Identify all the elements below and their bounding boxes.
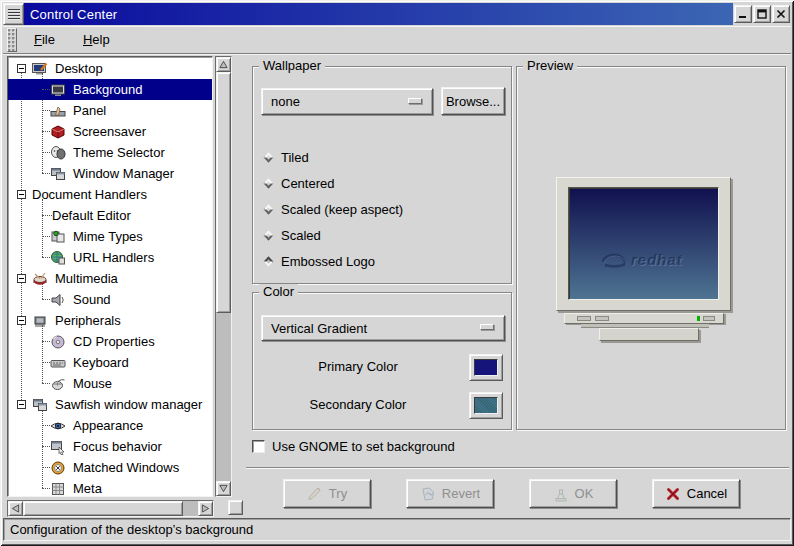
browse-button[interactable]: Browse... [441,87,505,115]
tree-item-mouse[interactable]: Mouse [8,373,212,394]
scroll-down-arrow-icon[interactable] [216,481,231,496]
collapse-icon[interactable] [17,316,26,325]
screensaver-icon [50,124,68,140]
use-gnome-checkbox-row[interactable]: Use GNOME to set background [252,439,455,454]
collapse-icon[interactable] [17,274,26,283]
window-menu-button[interactable] [3,3,24,25]
tree-item-focus-behavior[interactable]: Focus behavior [8,436,212,457]
wallpaper-file-select[interactable]: none [261,88,433,115]
redhat-shadowman-icon [597,246,631,272]
tree-item-background[interactable]: Background [8,79,212,100]
window-controls [733,3,791,25]
radio-embossed-logo[interactable]: Embossed Logo [263,252,375,270]
radio-icon [264,256,274,266]
redhat-logo-text: redhat [631,251,683,268]
collapse-icon[interactable] [17,190,26,199]
capplet-tree: Desktop Background Panel Screensaver The… [7,56,213,497]
tree-item-theme-selector[interactable]: Theme Selector [8,142,212,163]
tree-item-panel[interactable]: Panel [8,100,212,121]
color-legend: Color [259,284,298,299]
tree-item-window-manager[interactable]: Window Manager [8,163,212,184]
preview-legend: Preview [523,58,577,73]
tree-item-matched-windows[interactable]: Matched Windows [8,457,212,478]
radio-icon [264,152,274,162]
try-button: Try [283,479,371,508]
cd-icon [50,334,68,350]
menu-help[interactable]: Help [74,29,119,50]
cancel-icon [665,486,681,502]
monitor-button [703,316,715,321]
minimize-button[interactable] [734,5,752,23]
radio-centered[interactable]: Centered [263,174,334,192]
tree-item-mime-types[interactable]: Mime Types [8,226,212,247]
menu-file[interactable]: File [25,29,64,50]
window-menu-icon [8,9,20,21]
scroll-up-arrow-icon[interactable] [216,57,231,72]
radio-icon [264,204,274,214]
vertical-scrollbar-thumb[interactable] [216,72,231,313]
tree-vertical-scrollbar[interactable] [215,56,232,497]
maximize-button[interactable] [753,5,771,23]
wallpaper-file-value: none [271,94,300,109]
radio-icon [264,178,274,188]
peripherals-icon [32,313,50,329]
scroll-right-arrow-icon[interactable] [198,501,213,516]
statusbar: Configuration of the desktop’s backgroun… [3,518,791,541]
tree-item-desktop[interactable]: Desktop [8,58,212,79]
desktop-icon [32,61,50,77]
tree-horizontal-scrollbar[interactable] [7,500,214,517]
tree-rows: Desktop Background Panel Screensaver The… [8,58,212,497]
tree-item-sawfish[interactable]: Sawfish window manager [8,394,212,415]
redhat-logo: redhat [597,246,683,272]
resize-grip[interactable] [228,500,243,515]
close-button[interactable] [772,5,790,23]
window-title: Control Center [30,7,117,22]
preview-monitor: redhat [556,177,731,311]
appearance-icon [50,418,68,434]
tree-item-sound[interactable]: Sound [8,289,212,310]
tree-item-keyboard[interactable]: Keyboard [8,352,212,373]
keyboard-icon [50,355,68,371]
collapse-icon[interactable] [17,400,26,409]
horizontal-scrollbar-thumb[interactable] [23,501,183,516]
mouse-icon [50,376,68,392]
tree-item-default-editor[interactable]: Default Editor [8,205,212,226]
menubar-drag-handle[interactable] [7,28,17,52]
cancel-button[interactable]: Cancel [652,479,740,508]
tree-item-meta[interactable]: Meta [8,478,212,497]
status-text: Configuration of the desktop’s backgroun… [10,522,253,537]
ok-button-label: OK [575,486,594,501]
tree-item-multimedia[interactable]: Multimedia [8,268,212,289]
tree-item-appearance[interactable]: Appearance [8,415,212,436]
tree-item-document-handlers[interactable]: Document Handlers [8,184,212,205]
gradient-select[interactable]: Vertical Gradient [261,315,505,341]
tree-item-url-handlers[interactable]: URL Handlers [8,247,212,268]
color-frame: Color Vertical Gradient Primary Color Se… [252,292,512,430]
meta-icon [50,481,68,497]
secondary-color-button[interactable] [469,392,503,419]
separator [246,467,789,469]
tree-item-cd-properties[interactable]: CD Properties [8,331,212,352]
secondary-color-label: Secondary Color [253,397,463,412]
background-icon [50,82,68,98]
monitor-button [595,316,609,321]
sound-icon [50,292,68,308]
use-gnome-label: Use GNOME to set background [272,439,455,454]
scroll-left-arrow-icon[interactable] [8,501,23,516]
primary-color-button[interactable] [469,354,503,381]
revert-button-label: Revert [442,486,480,501]
tree-item-peripherals[interactable]: Peripherals [8,310,212,331]
radio-tiled[interactable]: Tiled [263,148,309,166]
control-center-window: Control Center File Help Desktop Backgro… [0,0,794,546]
titlebar[interactable]: Control Center [24,3,733,25]
collapse-icon[interactable] [17,64,26,73]
titlebar-row: Control Center [3,3,791,25]
radio-scaled-keep-aspect[interactable]: Scaled (keep aspect) [263,200,403,218]
browse-button-label: Browse... [446,94,500,109]
radio-scaled[interactable]: Scaled [263,226,321,244]
tree-item-screensaver[interactable]: Screensaver [8,121,212,142]
focus-icon [50,439,68,455]
preview-screen: redhat [568,187,719,300]
checkbox-icon[interactable] [252,440,265,453]
revert-icon [420,486,436,502]
